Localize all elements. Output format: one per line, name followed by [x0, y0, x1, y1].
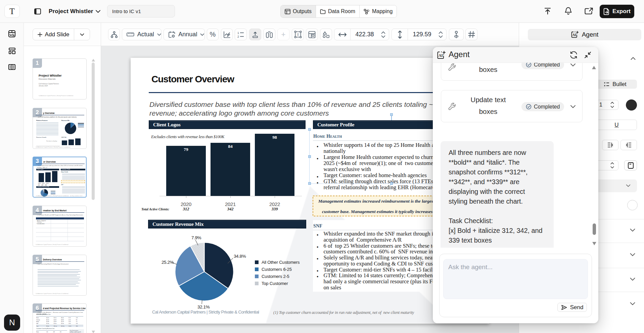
svg-text:T: T	[297, 33, 299, 37]
svg-text:2: 2	[237, 35, 239, 38]
svg-text:AI: AI	[439, 53, 443, 57]
svg-text:1: 1	[237, 31, 239, 35]
svg-text:AI: AI	[572, 33, 576, 37]
